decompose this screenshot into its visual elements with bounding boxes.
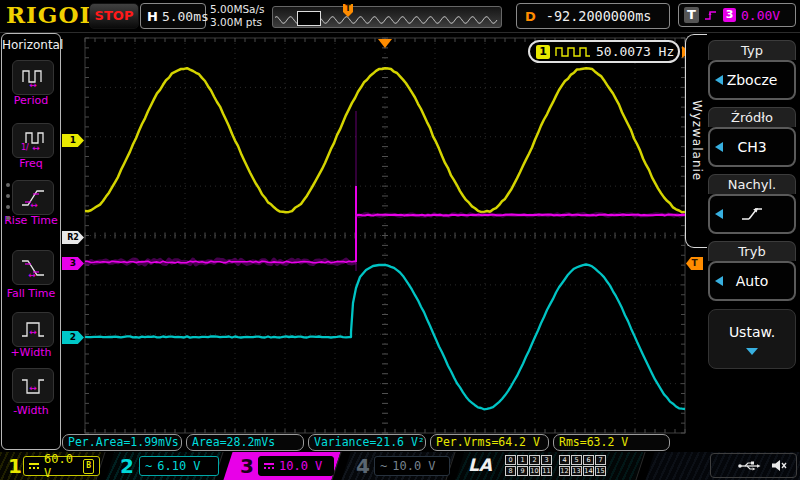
- menu-button-slope[interactable]: [708, 194, 796, 234]
- trigger-frequency-value: 50.0073 Hz: [596, 44, 674, 59]
- delay-label: D: [525, 9, 536, 24]
- svg-text:↔: ↔: [29, 327, 37, 337]
- fall-time-icon: ↔: [20, 257, 46, 279]
- freq-label: Freq: [2, 157, 60, 170]
- ch2-number[interactable]: 2: [120, 454, 134, 478]
- rise-time-button[interactable]: ↔: [12, 180, 54, 215]
- preview-viewport-window[interactable]: [297, 11, 321, 26]
- chevron-left-icon: [715, 276, 723, 286]
- svg-text:↔: ↔: [30, 200, 38, 209]
- top-status-bar: RIGOL STOP H 5.00ms 5.00MSa/s 3.00M pts …: [0, 0, 800, 33]
- ac-coupling-icon: ~: [380, 459, 387, 473]
- period-icon: ↔: [20, 67, 46, 89]
- la-digit: 7: [595, 455, 606, 465]
- la-digit: 11: [541, 466, 552, 476]
- trigger-menu-tab-label: Wyzwalanie: [690, 100, 704, 181]
- dc-coupling-icon: [29, 463, 39, 469]
- trigger-status-box[interactable]: T 3 0.00V: [678, 3, 796, 27]
- sample-rate: 5.00MSa/s: [210, 3, 268, 16]
- horizontal-label: H: [147, 9, 158, 24]
- menu-button-mode[interactable]: Auto: [708, 261, 796, 301]
- menu-value-mode: Auto: [736, 273, 769, 289]
- la-digit: 12: [559, 466, 570, 476]
- badge-channel: 1: [536, 45, 550, 59]
- pos-width-label: +Width: [2, 346, 60, 359]
- period-label: Period: [2, 94, 60, 107]
- la-digit: 8: [505, 466, 516, 476]
- la-digit: 6: [583, 455, 594, 465]
- la-digit-grid: 0 1 2 3 4 5 6 7 8 9 10 11 12 13 14 15: [505, 455, 607, 477]
- speaker-muted-icon: [771, 459, 787, 472]
- la-label[interactable]: LA: [468, 455, 492, 475]
- rise-time-icon: ↔: [20, 187, 46, 209]
- run-state-indicator[interactable]: STOP: [89, 3, 139, 29]
- ch2-scale-value: 6.10 V: [157, 459, 200, 473]
- memory-depth: 3.00M pts: [210, 16, 268, 29]
- ch4-status-box[interactable]: ~ 10.0 V: [374, 456, 450, 476]
- la-digit: 13: [571, 466, 582, 476]
- sidebar-title: Horizontal: [2, 38, 60, 52]
- la-digit: 0: [505, 455, 516, 465]
- trigger-position-marker[interactable]: [378, 39, 392, 48]
- rise-time-label: Rise Time: [2, 214, 60, 227]
- ch4-scale-value: 10.0 V: [392, 459, 435, 473]
- neg-width-button[interactable]: ↔: [12, 368, 54, 403]
- freq-icon: 1/ ↔: [20, 130, 46, 152]
- svg-text:↔: ↔: [29, 383, 37, 393]
- svg-text:↔: ↔: [28, 270, 36, 279]
- ch1-status-box[interactable]: 60.0 V B: [23, 456, 100, 476]
- menu-button-type[interactable]: Zbocze: [708, 60, 796, 100]
- bandwidth-limit-icon: B: [83, 459, 94, 474]
- horizontal-measure-sidebar: Horizontal ↔ Period 1/ ↔ Freq ↔ Rise: [1, 33, 61, 450]
- timebase-box[interactable]: H 5.00ms: [140, 3, 206, 29]
- menu-button-source[interactable]: CH3: [708, 127, 796, 167]
- svg-text:↔: ↔: [29, 80, 37, 89]
- measurement-area: Area=28.2mVs: [186, 434, 304, 451]
- la-digit: 14: [583, 466, 594, 476]
- menu-header-slope: Nachyl.: [708, 174, 796, 194]
- page-dot: [6, 183, 10, 187]
- measurement-variance: Variance=21.6 V²: [308, 434, 426, 451]
- svg-text:1/: 1/: [21, 143, 29, 152]
- ch2-status-box[interactable]: ~ 6.10 V: [139, 456, 219, 476]
- measurement-per-area: Per.Area=1.99mVs: [62, 434, 182, 451]
- chevron-left-icon: [715, 142, 723, 152]
- la-digit: 1: [517, 455, 528, 465]
- pos-width-button[interactable]: ↔: [12, 312, 54, 347]
- trigger-level-value: 0.00V: [741, 8, 780, 23]
- waveform-display: [0, 0, 800, 480]
- freq-button[interactable]: 1/ ↔: [12, 123, 54, 158]
- ch1-number[interactable]: 1: [8, 454, 22, 478]
- plus-width-icon: ↔: [20, 319, 46, 341]
- trigger-slope-icon: [704, 9, 718, 22]
- delay-value: -92.2000000ms: [546, 8, 652, 24]
- ch4-number[interactable]: 4: [356, 454, 370, 478]
- menu-header-type: Typ: [708, 40, 796, 60]
- ch3-status-box[interactable]: 10.0 V: [258, 456, 334, 476]
- trigger-label: T: [684, 7, 699, 23]
- waveform-preview-strip[interactable]: T: [272, 6, 502, 28]
- measurement-rms: Rms=63.2 V: [553, 434, 670, 451]
- la-digit: 3: [541, 455, 552, 465]
- period-button[interactable]: ↔: [12, 60, 54, 95]
- page-dot: [6, 216, 10, 220]
- ch3-number[interactable]: 3: [240, 454, 254, 478]
- delay-offset-box[interactable]: D -92.2000000ms: [516, 3, 670, 29]
- neg-width-label: -Width: [2, 404, 60, 417]
- trigger-frequency-badge: 1 50.0073 Hz: [528, 40, 680, 63]
- oscilloscope-screen: RIGOL STOP H 5.00ms 5.00MSa/s 3.00M pts …: [0, 0, 800, 480]
- dc-coupling-icon: [264, 463, 274, 469]
- ch1-scale-value: 60.0 V: [44, 452, 78, 480]
- trigger-settings-button[interactable]: Ustaw.: [708, 309, 796, 369]
- trigger-source-badge: 3: [723, 8, 736, 22]
- minus-width-icon: ↔: [20, 375, 46, 397]
- system-status-box: [710, 453, 797, 478]
- usb-icon: [737, 460, 761, 472]
- slope-rising-icon: [739, 205, 765, 223]
- chevron-down-icon: [746, 348, 758, 355]
- fall-time-button[interactable]: ↔: [12, 250, 54, 285]
- la-digit: 2: [529, 455, 540, 465]
- settings-label: Ustaw.: [729, 324, 775, 340]
- menu-value-type: Zbocze: [727, 72, 778, 88]
- rigol-logo: RIGOL: [6, 1, 97, 28]
